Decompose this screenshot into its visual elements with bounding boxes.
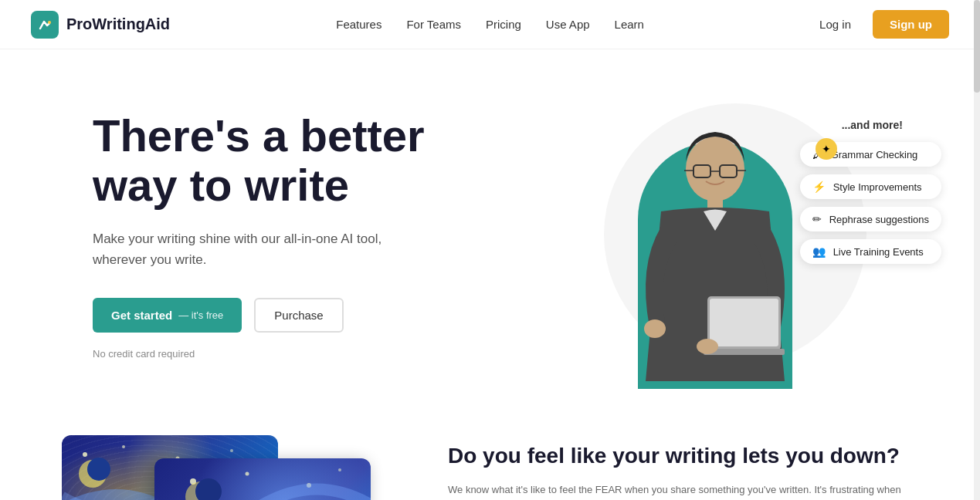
hero-buttons: Get started — it's free Purchase [93, 298, 521, 333]
svg-point-17 [230, 449, 233, 452]
logo-icon [31, 11, 59, 39]
svg-point-12 [644, 319, 666, 338]
svg-point-13 [697, 339, 718, 354]
second-content: Do you feel like your writing lets you d… [448, 435, 918, 500]
card-front: My idea in my head [154, 458, 371, 500]
hero-section: There's a better way to write Make your … [0, 49, 980, 420]
svg-rect-10 [710, 299, 778, 346]
second-section-title: Do you feel like your writing lets you d… [448, 443, 918, 469]
person-head-svg [677, 123, 754, 208]
rephrase-icon: ✏ [812, 213, 822, 225]
nav-actions: Log in Sign up [810, 10, 949, 39]
second-section-desc: We know what it's like to feel the FEAR … [448, 481, 918, 500]
training-icon: 👥 [812, 245, 826, 258]
svg-point-24 [246, 472, 249, 476]
nav-pricing[interactable]: Pricing [486, 18, 521, 31]
svg-point-14 [83, 452, 87, 457]
nav-features[interactable]: Features [336, 18, 381, 31]
pill-training: 👥 Live Training Events [800, 239, 941, 264]
get-started-button[interactable]: Get started — it's free [93, 298, 242, 333]
signup-button[interactable]: Sign up [873, 10, 949, 39]
pill-rephrase: ✏ Rephrase suggestions [800, 207, 941, 231]
starry-night-front-svg [154, 458, 371, 500]
login-button[interactable]: Log in [810, 12, 860, 37]
purchase-button[interactable]: Purchase [254, 298, 343, 333]
nav-for-teams[interactable]: For Teams [406, 18, 461, 31]
second-section: My idea in my head Do you feel like your… [0, 420, 980, 500]
nav-links: Features For Teams Pricing Use App Learn [336, 18, 644, 32]
pill-style: ⚡ Style Improvements [800, 174, 941, 199]
nav-learn[interactable]: Learn [615, 18, 644, 31]
hero-title: There's a better way to write [93, 111, 521, 210]
scrollbar[interactable] [974, 0, 980, 500]
svg-point-3 [686, 137, 744, 201]
hero-subtitle: Make your writing shine with our all-in-… [93, 228, 386, 270]
hero-content: There's a better way to write Make your … [93, 96, 521, 360]
and-more-label: ...and more! [842, 119, 903, 131]
sparkle-icon: ✦ [816, 138, 837, 160]
feature-pills: 🖊 Grammar Checking ⚡ Style Improvements … [800, 142, 941, 264]
svg-point-26 [338, 468, 341, 471]
hero-visual: 🖊 Grammar Checking ⚡ Style Improvements … [521, 96, 950, 389]
svg-point-20 [87, 458, 110, 481]
brand-name: ProWritingAid [66, 15, 170, 33]
scrollbar-thumb[interactable] [974, 0, 980, 93]
svg-point-1 [48, 21, 51, 24]
svg-rect-0 [36, 16, 53, 33]
svg-point-15 [122, 445, 125, 448]
second-visual: My idea in my head [62, 435, 386, 500]
logo-link[interactable]: ProWritingAid [31, 11, 170, 39]
navbar: ProWritingAid Features For Teams Pricing… [0, 0, 980, 49]
nav-use-app[interactable]: Use App [546, 18, 590, 31]
no-credit-text: No credit card required [93, 348, 521, 360]
style-icon: ⚡ [812, 181, 826, 193]
person-illustration [615, 111, 816, 389]
person-body-svg [638, 204, 792, 381]
